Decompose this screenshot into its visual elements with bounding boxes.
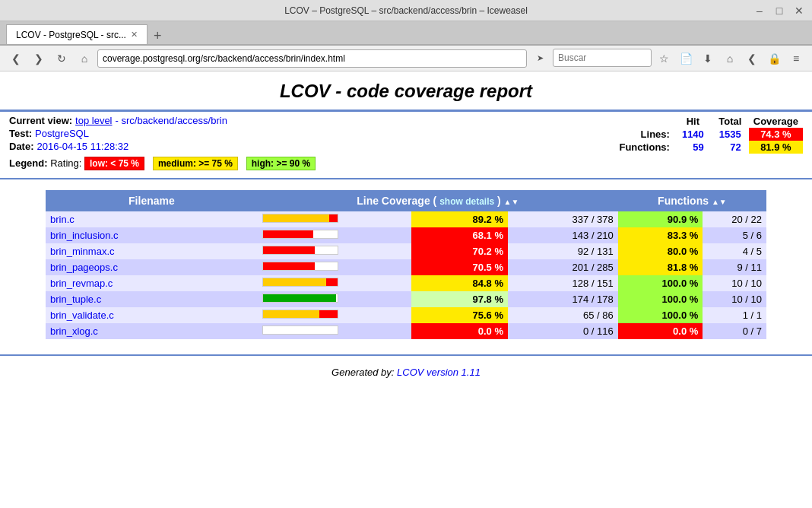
func-count-cell: 10 / 10 (703, 291, 766, 307)
table-row: brin_revmap.c84.8 %128 / 151100.0 %10 / … (46, 275, 766, 291)
lcov-link[interactable]: LCOV version 1.11 (397, 367, 481, 378)
line-coverage-sort-icon[interactable]: ▲▼ (504, 198, 519, 206)
main-table-wrapper: Filename Line Coverage ( show details ) … (0, 183, 812, 347)
home-icon[interactable]: ⌂ (720, 49, 740, 68)
test-label: Test: (9, 128, 32, 139)
col-functions: Functions ▲▼ (618, 190, 766, 211)
low-badge: low: < 75 % (84, 157, 144, 170)
table-row: brin_inclusion.c68.1 %143 / 21083.3 %5 /… (46, 227, 766, 243)
line-pct-cell: 75.6 % (411, 307, 508, 323)
back-button[interactable]: ❮ (6, 49, 26, 68)
browser-window: LCOV – PostgreSQL – src/backend/access/b… (0, 0, 812, 508)
col-filename: Filename (46, 190, 258, 211)
lines-total: 1535 (712, 128, 749, 141)
func-pct-cell: 80.0 % (618, 243, 703, 259)
functions-coverage: 81.9 % (749, 141, 803, 154)
close-button[interactable]: ✕ (792, 4, 806, 17)
coverage-bar (262, 278, 338, 287)
functions-sort-icon[interactable]: ▲▼ (712, 198, 727, 206)
hit-label: Hit (674, 115, 712, 128)
coverage-bar (262, 310, 338, 319)
coverage-bar-cell (258, 243, 412, 259)
menu-icon[interactable]: ≡ (786, 49, 806, 68)
table-row: brin.c89.2 %337 / 37890.9 %20 / 22 (46, 211, 766, 227)
functions-label: Functions: (614, 141, 674, 154)
coverage-bar-cell (258, 211, 412, 227)
current-view-label: Current view: (9, 115, 72, 126)
test-value: PostgreSQL (35, 128, 89, 139)
title-bar: LCOV – PostgreSQL – src/backend/access/b… (0, 0, 812, 21)
func-pct-cell: 100.0 % (618, 307, 703, 323)
func-count-cell: 20 / 22 (703, 211, 766, 227)
home-button[interactable]: ⌂ (75, 49, 94, 68)
coverage-bar (262, 294, 338, 303)
rating-label: Rating: (50, 157, 81, 169)
lines-label: Lines: (614, 128, 674, 141)
show-details-link[interactable]: show details (439, 196, 494, 207)
line-count-cell: 92 / 131 (508, 243, 618, 259)
filename-link[interactable]: brin_minmax.c (50, 246, 115, 257)
coverage-bar-cell (258, 307, 412, 323)
window-title: LCOV – PostgreSQL – src/backend/access/b… (284, 5, 528, 16)
line-pct-cell: 70.2 % (411, 243, 508, 259)
table-row: brin_xlog.c0.0 %0 / 1160.0 %0 / 7 (46, 323, 766, 339)
prev-icon[interactable]: ❮ (742, 49, 762, 68)
coverage-bar-cell (258, 291, 412, 307)
coverage-bar-cell (258, 227, 412, 243)
func-count-cell: 1 / 1 (703, 307, 766, 323)
line-count-cell: 143 / 210 (508, 227, 618, 243)
filename-link[interactable]: brin.c (50, 214, 75, 225)
date-label: Date: (9, 141, 34, 152)
main-divider (0, 178, 812, 179)
filename-link[interactable]: brin_xlog.c (50, 325, 98, 337)
filename-link[interactable]: brin_tuple.c (50, 294, 101, 305)
coverage-bar (262, 262, 338, 271)
func-pct-cell: 0.0 % (618, 323, 703, 339)
coverage-bar (262, 325, 338, 335)
line-count-cell: 128 / 151 (508, 275, 618, 291)
func-pct-cell: 90.9 % (618, 211, 703, 227)
tab-label: LCOV - PostgreSQL - src... (16, 30, 126, 40)
download-icon[interactable]: ⬇ (698, 49, 718, 68)
filename-link[interactable]: brin_pageops.c (50, 262, 118, 273)
bookmark-manager-icon[interactable]: 📄 (676, 49, 696, 68)
filename-link[interactable]: brin_inclusion.c (50, 230, 119, 241)
maximize-button[interactable]: □ (772, 4, 786, 17)
active-tab[interactable]: LCOV - PostgreSQL - src... ✕ (6, 24, 147, 44)
medium-badge: medium: >= 75 % (153, 157, 238, 170)
lines-coverage: 74.3 % (749, 128, 803, 141)
minimize-button[interactable]: – (753, 4, 766, 17)
reload-button[interactable]: ↻ (52, 49, 71, 68)
url-input[interactable] (97, 49, 527, 68)
legend-section: Legend: Rating: low: < 75 % medium: >= 7… (0, 155, 812, 175)
current-view-path: - src/backend/access/brin (116, 115, 227, 126)
total-label: Total (712, 115, 749, 128)
nav-bar: ❮ ❯ ↻ ⌂ ➤ ☆ 📄 ⬇ ⌂ ❮ 🔒 ≡ (0, 46, 812, 71)
left-info: Current view: top level - src/backend/ac… (9, 115, 227, 154)
coverage-bar-cell (258, 275, 412, 291)
func-pct-cell: 81.8 % (618, 259, 703, 275)
forward-button[interactable]: ❯ (29, 49, 49, 68)
coverage-bar-cell (258, 323, 412, 339)
table-row: brin_validate.c75.6 %65 / 86100.0 %1 / 1 (46, 307, 766, 323)
functions-total: 72 (712, 141, 749, 154)
search-input[interactable] (553, 49, 652, 67)
line-pct-cell: 84.8 % (411, 275, 508, 291)
filename-link[interactable]: brin_revmap.c (50, 278, 113, 289)
filename-link[interactable]: brin_validate.c (50, 310, 114, 321)
refresh-icon[interactable]: ➤ (530, 49, 550, 68)
right-info: Hit Total Coverage Lines: 1140 1535 74.3… (614, 115, 803, 154)
footer: Generated by: LCOV version 1.11 (0, 354, 812, 386)
top-level-link[interactable]: top level (75, 115, 112, 126)
bookmark-icon[interactable]: ☆ (654, 49, 674, 68)
tab-close-button[interactable]: ✕ (131, 30, 138, 40)
table-row: brin_pageops.c70.5 %201 / 28581.8 %9 / 1… (46, 259, 766, 275)
line-count-cell: 201 / 285 (508, 259, 618, 275)
coverage-bar (262, 230, 338, 239)
security-icon[interactable]: 🔒 (764, 49, 784, 68)
footer-text: Generated by: (331, 367, 397, 378)
func-count-cell: 0 / 7 (703, 323, 766, 339)
new-tab-button[interactable]: + (147, 28, 168, 44)
line-pct-cell: 70.5 % (411, 259, 508, 275)
coverage-bar (262, 214, 338, 223)
